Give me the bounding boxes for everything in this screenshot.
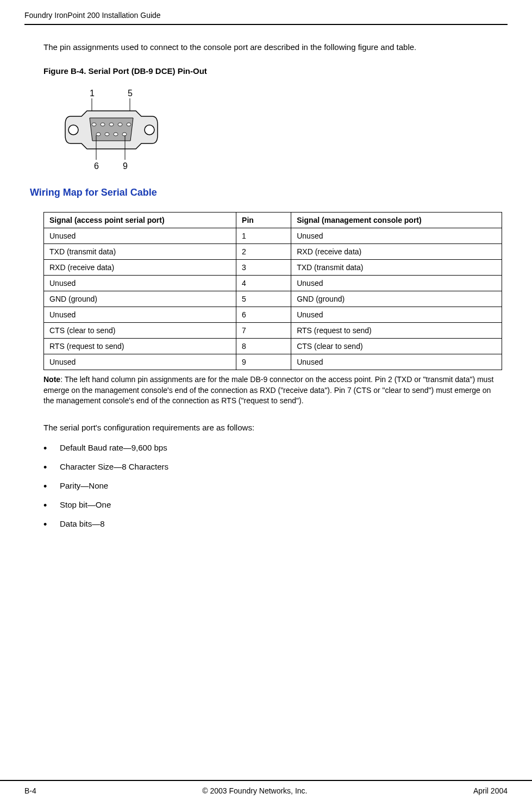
table-cell: Unused (291, 228, 502, 244)
table-cell: 3 (236, 260, 291, 276)
svg-point-11 (114, 133, 118, 136)
pin-label-6: 6 (94, 161, 99, 171)
table-cell: 5 (236, 291, 291, 307)
table-cell: Unused (291, 354, 502, 370)
table-row: Unused1Unused (44, 228, 502, 244)
pin-label-5: 5 (128, 89, 133, 98)
table-cell: 6 (236, 307, 291, 323)
table-cell: RTS (request to send) (291, 323, 502, 339)
config-list: Default Baud rate—9,600 bpsCharacter Siz… (43, 443, 508, 528)
figure-caption: Figure B-4. Serial Port (DB-9 DCE) Pin-O… (43, 66, 508, 76)
document-header: Foundry IronPoint 200 Installation Guide (24, 11, 508, 25)
db9-connector-diagram: 1 5 6 9 (62, 86, 177, 173)
intro-paragraph: The pin assignments used to connect to t… (43, 41, 508, 53)
pin-label-1: 1 (90, 89, 95, 98)
footer-date: April 2004 (473, 786, 508, 795)
wiring-map-table: Signal (access point serial port) Pin Si… (43, 212, 502, 370)
table-header-col3: Signal (management console port) (291, 213, 502, 228)
svg-point-7 (118, 123, 122, 126)
svg-point-10 (105, 133, 109, 136)
table-cell: Unused (44, 354, 236, 370)
list-item: Default Baud rate—9,600 bps (43, 443, 508, 452)
section-heading: Wiring Map for Serial Cable (30, 187, 508, 198)
table-row: RXD (receive data)3TXD (transmit data) (44, 260, 502, 276)
table-header-col2: Pin (236, 213, 291, 228)
svg-point-8 (127, 123, 131, 126)
table-cell: 4 (236, 276, 291, 291)
table-cell: GND (ground) (44, 291, 236, 307)
pin-label-9: 9 (123, 161, 128, 171)
footer-copyright: © 2003 Foundry Networks, Inc. (202, 786, 307, 795)
table-row: Unused4Unused (44, 276, 502, 291)
page-footer: B-4 © 2003 Foundry Networks, Inc. April … (0, 780, 532, 795)
table-cell: TXD (transmit data) (291, 260, 502, 276)
list-item: Stop bit—One (43, 500, 508, 509)
config-intro: The serial port's configuration requirem… (43, 423, 508, 432)
table-cell: CTS (clear to send) (291, 339, 502, 354)
list-item: Data bits—8 (43, 519, 508, 528)
note-text: : The left hand column pin assignments a… (43, 375, 493, 405)
svg-point-12 (122, 133, 127, 136)
table-cell: Unused (291, 307, 502, 323)
table-row: Unused6Unused (44, 307, 502, 323)
table-cell: Unused (44, 276, 236, 291)
svg-point-4 (92, 123, 96, 126)
table-header-row: Signal (access point serial port) Pin Si… (44, 213, 502, 228)
table-cell: 1 (236, 228, 291, 244)
svg-point-2 (68, 125, 78, 135)
table-row: CTS (clear to send)7RTS (request to send… (44, 323, 502, 339)
table-row: GND (ground)5GND (ground) (44, 291, 502, 307)
list-item: Parity—None (43, 481, 508, 490)
table-row: TXD (transmit data)2RXD (receive data) (44, 244, 502, 260)
table-row: Unused9Unused (44, 354, 502, 370)
table-cell: 2 (236, 244, 291, 260)
table-cell: Unused (44, 228, 236, 244)
list-item: Character Size—8 Characters (43, 462, 508, 471)
table-cell: TXD (transmit data) (44, 244, 236, 260)
table-cell: Unused (44, 307, 236, 323)
table-cell: 8 (236, 339, 291, 354)
table-note: Note: The left hand column pin assignmen… (43, 374, 502, 407)
table-cell: GND (ground) (291, 291, 502, 307)
svg-point-3 (145, 125, 154, 135)
table-header-col1: Signal (access point serial port) (44, 213, 236, 228)
svg-point-6 (109, 123, 114, 126)
table-cell: Unused (291, 276, 502, 291)
svg-point-5 (101, 123, 105, 126)
table-cell: 9 (236, 354, 291, 370)
table-cell: RXD (receive data) (44, 260, 236, 276)
table-cell: 7 (236, 323, 291, 339)
table-cell: CTS (clear to send) (44, 323, 236, 339)
note-label: Note (43, 375, 60, 384)
table-row: RTS (request to send)8CTS (clear to send… (44, 339, 502, 354)
table-cell: RXD (receive data) (291, 244, 502, 260)
wiring-table-container: Signal (access point serial port) Pin Si… (43, 212, 502, 370)
db9-figure: 1 5 6 9 (62, 86, 508, 173)
footer-page-number: B-4 (24, 786, 36, 795)
table-cell: RTS (request to send) (44, 339, 236, 354)
svg-point-9 (96, 133, 101, 136)
